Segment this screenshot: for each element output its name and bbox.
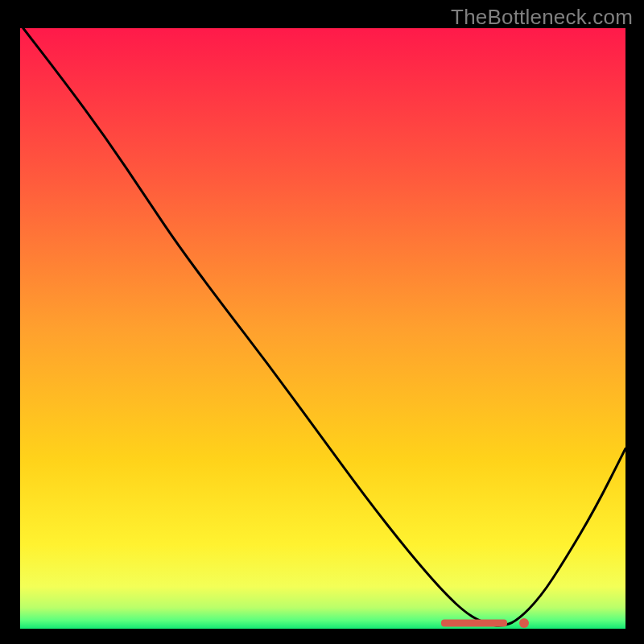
plot-area xyxy=(20,28,625,629)
marker-dash xyxy=(441,619,508,626)
chart-svg xyxy=(20,28,625,629)
gradient-background xyxy=(20,28,625,629)
bottleneck-curve xyxy=(23,28,625,625)
marker-dot xyxy=(519,618,529,628)
watermark-text: TheBottleneck.com xyxy=(451,5,633,30)
